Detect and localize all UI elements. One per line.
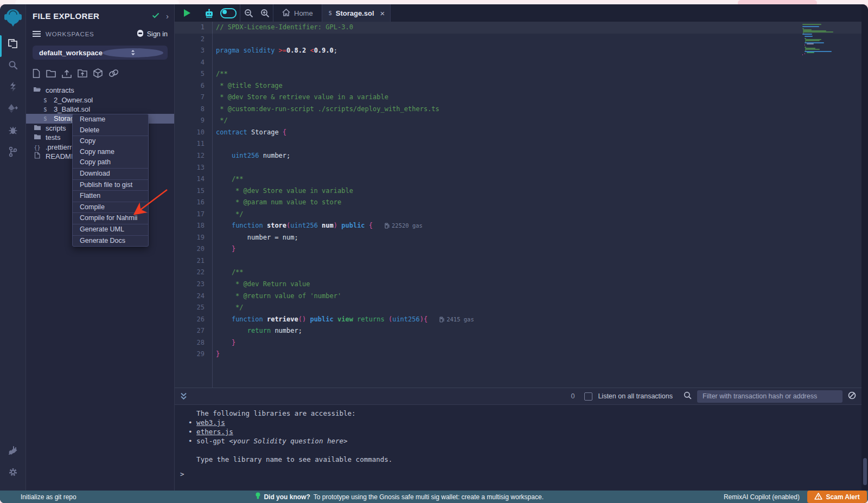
- line-number: 26: [175, 314, 212, 326]
- tree-item-contracts[interactable]: contracts: [26, 86, 174, 95]
- clear-terminal-icon[interactable]: [848, 391, 856, 402]
- code-line-23[interactable]: * @dev Return value: [216, 279, 787, 291]
- code-line-29[interactable]: }: [216, 349, 787, 360]
- menu-item-publish-file-to-gist[interactable]: Publish file to gist: [73, 180, 148, 191]
- sidebar-item-plugin-manager[interactable]: [0, 440, 25, 461]
- check-icon[interactable]: [152, 11, 159, 21]
- menu-item-generate-docs[interactable]: Generate Docs: [73, 236, 148, 247]
- scrollbar-thumb[interactable]: [863, 458, 867, 485]
- code-line-13[interactable]: [216, 162, 787, 174]
- menu-item-rename[interactable]: Rename: [73, 114, 148, 125]
- hamburger-menu-icon[interactable]: [33, 29, 41, 39]
- menu-item-compile[interactable]: Compile: [73, 202, 148, 214]
- upload-folder-icon[interactable]: [78, 69, 87, 80]
- sidebar-item-file-explorer[interactable]: [0, 33, 25, 54]
- terminal[interactable]: The following libraries are accessible: …: [175, 405, 863, 495]
- chevron-right-icon[interactable]: ›: [166, 11, 169, 21]
- window-scrollbar[interactable]: [861, 4, 868, 491]
- code-line-18[interactable]: function store(uint256 num) public {2252…: [216, 220, 787, 232]
- terminal-line: • ethers.js: [180, 427, 863, 436]
- code-line-6[interactable]: * @title Storage: [216, 80, 787, 92]
- code-line-26[interactable]: function retrieve() public view returns …: [216, 314, 787, 326]
- library-link-ethers.js[interactable]: ethers.js: [196, 428, 233, 436]
- upload-file-icon[interactable]: [62, 69, 72, 80]
- expand-terminal-icon[interactable]: [180, 392, 187, 400]
- menu-item-copy[interactable]: Copy: [73, 136, 148, 147]
- code-content[interactable]: // SPDX-License-Identifier: GPL-3.0pragm…: [213, 22, 787, 388]
- code-line-3[interactable]: pragma solidity >=0.8.2 <0.9.0;: [216, 45, 787, 57]
- code-line-11[interactable]: [216, 138, 787, 150]
- zoom-out-icon[interactable]: [240, 4, 257, 22]
- code-line-22[interactable]: /**: [216, 267, 787, 279]
- run-script-button[interactable]: [178, 4, 196, 22]
- menu-item-download[interactable]: Download: [73, 169, 148, 180]
- menu-item-copy-path[interactable]: Copy path: [73, 157, 148, 169]
- code-line-2[interactable]: [216, 34, 787, 46]
- terminal-prompt[interactable]: >: [180, 470, 184, 478]
- sign-in-button[interactable]: Sign in: [136, 30, 168, 38]
- solidity-file-icon: S: [329, 10, 332, 16]
- scam-alert-button[interactable]: Scam Alert: [807, 491, 867, 503]
- line-number: 29: [175, 349, 212, 360]
- code-line-1[interactable]: // SPDX-License-Identifier: GPL-3.0: [216, 22, 787, 34]
- close-tab-icon[interactable]: ×: [380, 9, 385, 18]
- transaction-filter-input[interactable]: [697, 390, 843, 403]
- listen-checkbox[interactable]: [584, 392, 592, 401]
- code-line-9[interactable]: */: [216, 115, 787, 127]
- new-file-icon[interactable]: [33, 69, 40, 80]
- code-line-25[interactable]: */: [216, 302, 787, 314]
- tree-item-3-ballot-sol[interactable]: S3_Ballot.sol: [26, 105, 174, 114]
- code-line-10[interactable]: contract Storage {: [216, 127, 787, 139]
- menu-item-copy-name[interactable]: Copy name: [73, 147, 148, 158]
- tab-storage-sol[interactable]: S Storage.sol ×: [322, 4, 391, 22]
- code-line-15[interactable]: * @dev Store value in variable: [216, 185, 787, 197]
- code-line-20[interactable]: }: [216, 243, 787, 255]
- sidebar-item-debugger[interactable]: [0, 119, 25, 141]
- code-line-14[interactable]: /**: [216, 173, 787, 185]
- code-editor[interactable]: 1234567891011121314151617181920212223242…: [175, 22, 863, 388]
- ai-copilot-robot-icon[interactable]: [201, 4, 217, 22]
- tab-home[interactable]: Home: [273, 4, 322, 22]
- sidebar-item-search[interactable]: [0, 54, 25, 76]
- code-line-4[interactable]: [216, 57, 787, 69]
- workspace-updown-icon[interactable]: [103, 48, 163, 57]
- menu-item-flatten[interactable]: Flatten: [73, 191, 148, 202]
- ipfs-cube-icon[interactable]: [93, 68, 103, 80]
- link-icon[interactable]: [108, 69, 119, 80]
- sidebar-item-settings[interactable]: [0, 461, 25, 483]
- minimap-line: [805, 49, 820, 50]
- menu-item-generate-uml[interactable]: Generate UML: [73, 224, 148, 236]
- menu-item-compile-for-nahmii[interactable]: Compile for Nahmii: [73, 213, 148, 224]
- sidebar-item-deploy-and-run[interactable]: [0, 98, 25, 119]
- code-line-19[interactable]: number = num;: [216, 232, 787, 244]
- new-folder-icon[interactable]: [46, 69, 56, 80]
- library-link-web3.js[interactable]: web3.js: [196, 418, 225, 427]
- menu-item-delete[interactable]: Delete: [73, 125, 148, 137]
- code-line-17[interactable]: */: [216, 209, 787, 221]
- git-init-button[interactable]: Initialize as git repo: [21, 493, 76, 501]
- code-line-8[interactable]: * @custom:dev-run-script ./scripts/deplo…: [216, 104, 787, 115]
- tree-item-2-owner-sol[interactable]: S2_Owner.sol: [26, 95, 174, 104]
- code-line-24[interactable]: * @return value of 'number': [216, 291, 787, 302]
- code-line-5[interactable]: /**: [216, 68, 787, 80]
- folder-icon: [33, 133, 41, 141]
- code-line-27[interactable]: return number;: [216, 325, 787, 337]
- zoom-in-icon[interactable]: [257, 4, 273, 22]
- sidebar-item-solidity-compiler[interactable]: [0, 76, 25, 98]
- code-line-7[interactable]: * @dev Store & retrieve value in a varia…: [216, 92, 787, 104]
- line-number: 8: [175, 104, 212, 115]
- line-number: 23: [175, 279, 212, 291]
- code-line-28[interactable]: }: [216, 337, 787, 349]
- code-line-12[interactable]: uint256 number;: [216, 150, 787, 162]
- remix-logo-icon[interactable]: [0, 4, 25, 33]
- editor-minimap[interactable]: [787, 22, 863, 388]
- line-number: 3: [175, 45, 212, 57]
- workspace-select[interactable]: default_workspace: [33, 46, 168, 60]
- copilot-status[interactable]: RemixAI Copilot (enabled): [724, 493, 800, 501]
- copilot-toggle[interactable]: [220, 8, 237, 18]
- code-line-16[interactable]: * @param num value to store: [216, 197, 787, 209]
- home-tab-label: Home: [294, 9, 313, 17]
- terminal-search-icon[interactable]: [684, 391, 692, 402]
- code-line-21[interactable]: [216, 255, 787, 267]
- sidebar-item-git[interactable]: [0, 141, 25, 163]
